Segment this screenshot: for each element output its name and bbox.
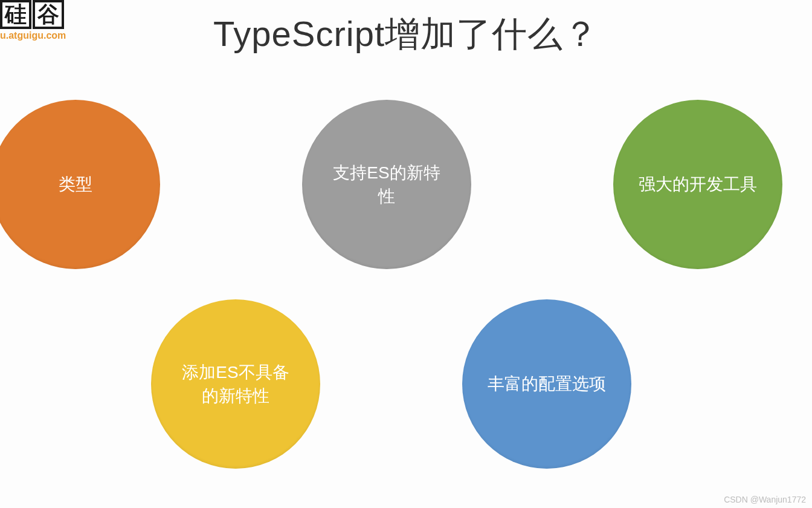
circle-dev-tools: 强大的开发工具 [613,100,782,269]
circle-new-features-label: 添加ES不具备的新特性 [174,360,297,408]
circle-types-label: 类型 [59,172,92,196]
diagram-circles: 类型 支持ES的新特性 强大的开发工具 添加ES不具备的新特性 丰富的配置选项 [0,0,812,508]
circle-dev-tools-label: 强大的开发工具 [639,172,757,196]
circle-config: 丰富的配置选项 [462,299,631,469]
watermark: CSDN @Wanjun1772 [724,495,806,504]
circle-config-label: 丰富的配置选项 [488,372,606,396]
circle-types: 类型 [0,100,160,269]
circle-es-support-label: 支持ES的新特性 [325,161,448,208]
circle-es-support: 支持ES的新特性 [302,100,471,269]
circle-new-features: 添加ES不具备的新特性 [151,299,320,469]
